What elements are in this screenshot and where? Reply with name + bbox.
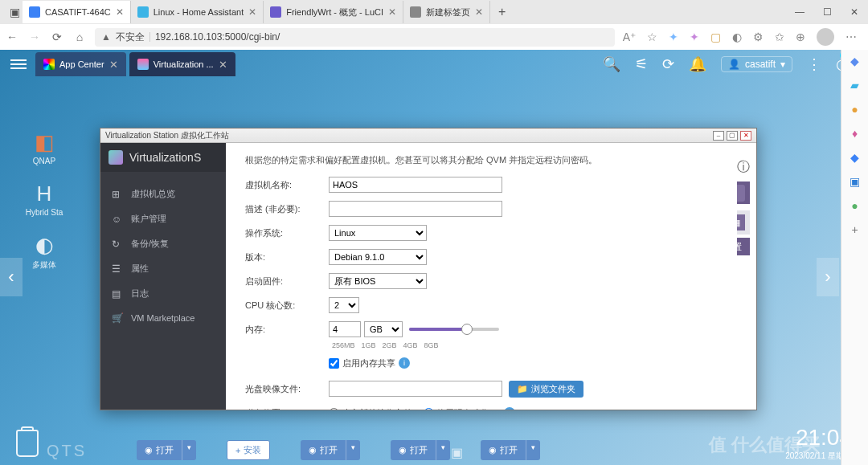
vs-titlebar[interactable]: Virtualization Station 虚拟化工作站 – ▢ ✕ <box>100 128 756 143</box>
open-button[interactable]: ◉ 打开▾ <box>137 440 196 460</box>
dock-item[interactable]: ◧QNAP <box>0 130 88 165</box>
search-icon[interactable]: 🔍 <box>603 55 620 73</box>
bg-info-icon[interactable]: ⓘ <box>737 159 750 176</box>
new-tab-button[interactable]: + <box>490 5 514 19</box>
version-label: 版本: <box>245 251 329 263</box>
collections-icon[interactable]: ⊕ <box>796 31 805 43</box>
sidebar-item-overview[interactable]: ⊞虚拟机总览 <box>100 182 226 206</box>
vs-logo-icon <box>108 150 123 165</box>
tab-close-icon[interactable]: ✕ <box>388 6 396 18</box>
window-close-button[interactable]: ✕ <box>841 0 868 24</box>
ext-icon[interactable]: ⚙ <box>753 31 764 43</box>
profile-avatar[interactable] <box>817 28 834 46</box>
ext-icon[interactable]: ✦ <box>669 31 678 43</box>
ext-icon[interactable]: ◐ <box>732 31 742 43</box>
browser-tab[interactable]: Linux - Home Assistant ✕ <box>131 1 264 23</box>
edge-icon[interactable]: ● <box>851 103 858 116</box>
carousel-next-icon[interactable]: › <box>817 258 839 296</box>
edge-icon[interactable]: ▣ <box>850 175 860 188</box>
menu-icon[interactable] <box>5 52 32 76</box>
iso-path-input[interactable] <box>329 381 502 397</box>
trash-icon[interactable] <box>16 430 39 457</box>
memory-unit-select[interactable]: GB <box>364 321 403 337</box>
tab-close-icon[interactable]: ✕ <box>116 6 124 18</box>
home-icon[interactable]: ⌂ <box>72 31 87 43</box>
forward-icon[interactable]: → <box>27 31 42 43</box>
edge-icon[interactable]: ◆ <box>850 55 859 67</box>
window-maximize-button[interactable]: ☐ <box>813 0 841 24</box>
vm-desc-input[interactable] <box>329 201 502 217</box>
browser-tab[interactable]: CASATIFT-464C ✕ <box>23 1 131 23</box>
edge-icon[interactable]: ♦ <box>852 127 858 140</box>
favorite-icon[interactable]: ☆ <box>647 31 657 43</box>
vs-title: Virtualization Station 虚拟化工作站 <box>105 130 229 141</box>
qts-logo: QTS <box>47 442 87 460</box>
open-button[interactable]: ◉ 打开▾ <box>481 440 540 460</box>
cpu-select[interactable]: 2 <box>329 297 359 313</box>
radio-existing-image[interactable]: 使用现有映像 <box>424 407 489 410</box>
dock-item[interactable]: HHybrid Sta <box>0 182 88 217</box>
install-button[interactable]: + 安装 <box>227 440 270 460</box>
read-aloud-icon[interactable]: A⁺ <box>623 31 636 43</box>
reload-icon[interactable]: ⟳ <box>50 31 64 43</box>
info-icon[interactable]: i <box>504 407 515 410</box>
iso-label: 光盘映像文件: <box>245 383 329 395</box>
modal-hint: 根据您的特定需求和偏好配置虚拟机。您甚至可以将其分配给 QVM 并指定远程访问密… <box>245 154 718 166</box>
browser-tab[interactable]: 新建标签页 ✕ <box>403 1 490 23</box>
tab-close-icon[interactable]: ✕ <box>475 6 483 18</box>
window-minimize-button[interactable]: — <box>786 0 813 24</box>
favicon-icon <box>137 6 149 18</box>
address-bar: ← → ⟳ ⌂ ▲ 不安全 192.168.10.103:5000/cgi-bi… <box>0 24 868 50</box>
app-tab-close-icon[interactable]: ✕ <box>219 59 227 71</box>
memory-slider[interactable] <box>409 328 499 331</box>
app-tab-label: App Center <box>59 59 104 69</box>
window-close-icon[interactable]: ✕ <box>740 131 751 141</box>
radio-new-image[interactable]: 建立新的镜像文件 <box>329 407 412 410</box>
vs-window: Virtualization Station 虚拟化工作站 – ▢ ✕ Virt… <box>100 128 757 410</box>
browse-iso-button[interactable]: 📁 浏览文件夹 <box>509 381 583 398</box>
vm-name-input[interactable] <box>329 177 502 193</box>
open-button[interactable]: ◉ 打开▾ <box>391 440 450 460</box>
username: casatift <box>745 59 776 70</box>
open-button[interactable]: ◉ 打开▾ <box>301 440 360 460</box>
sidebar-item-logs[interactable]: ▤日志 <box>100 281 226 306</box>
memory-value-input[interactable] <box>329 321 361 337</box>
more-icon[interactable]: ⋯ <box>845 31 857 43</box>
edge-add-icon[interactable]: + <box>851 223 858 236</box>
sidebar-item-backup[interactable]: ↻备份/恢复 <box>100 231 226 256</box>
version-select[interactable]: Debian 9.1.0 <box>329 249 427 265</box>
carousel-prev-icon[interactable]: ‹ <box>0 258 23 296</box>
info-icon[interactable]: i <box>399 357 410 369</box>
tab-label: Linux - Home Assistant <box>154 7 244 17</box>
ext-icon[interactable]: ▢ <box>710 31 721 43</box>
edge-icon[interactable]: ● <box>851 199 858 212</box>
favicon-icon <box>29 6 40 18</box>
bell-icon[interactable]: 🔔 <box>689 55 706 73</box>
app-tab-close-icon[interactable]: ✕ <box>109 59 118 71</box>
volume-icon[interactable]: ⚟ <box>635 55 648 73</box>
app-tab-vs[interactable]: Virtualization ... ✕ <box>129 52 235 76</box>
url-input[interactable]: ▲ 不安全 192.168.10.103:5000/cgi-bin/ <box>95 28 615 47</box>
edge-icon[interactable]: ◆ <box>850 151 859 164</box>
edge-icon[interactable]: ▰ <box>850 79 859 92</box>
favorites-bar-icon[interactable]: ✩ <box>775 31 784 43</box>
firmware-select[interactable]: 原有 BIOS <box>329 273 427 289</box>
tab-overview-icon[interactable]: ▣ <box>6 6 23 18</box>
tab-close-icon[interactable]: ✕ <box>248 6 256 18</box>
sidebar-item-properties[interactable]: ☰属性 <box>100 256 226 281</box>
window-max-icon[interactable]: ▢ <box>727 131 738 141</box>
window-min-icon[interactable]: – <box>713 131 724 141</box>
back-icon[interactable]: ← <box>5 31 19 43</box>
browser-tab-bar: ▣ CASATIFT-464C ✕ Linux - Home Assistant… <box>0 0 868 24</box>
user-menu[interactable]: 👤 casatift ▾ <box>721 56 792 72</box>
sidebar-item-marketplace[interactable]: 🛒VM Marketplace <box>100 306 226 330</box>
os-select[interactable]: Linux <box>329 225 427 241</box>
app-tab-appcenter[interactable]: App Center ✕ <box>35 52 126 76</box>
browser-tab[interactable]: FriendlyWrt - 概览 - LuCI ✕ <box>264 1 403 23</box>
share-memory-checkbox[interactable]: 启用内存共享 <box>329 357 395 369</box>
sidebar-item-accounts[interactable]: ☺账户管理 <box>100 206 226 231</box>
slider-thumb[interactable] <box>461 324 473 335</box>
ext-icon[interactable]: ✦ <box>690 31 699 43</box>
task-icon[interactable]: ⟳ <box>662 55 674 73</box>
more-icon[interactable]: ⋮ <box>807 55 821 73</box>
